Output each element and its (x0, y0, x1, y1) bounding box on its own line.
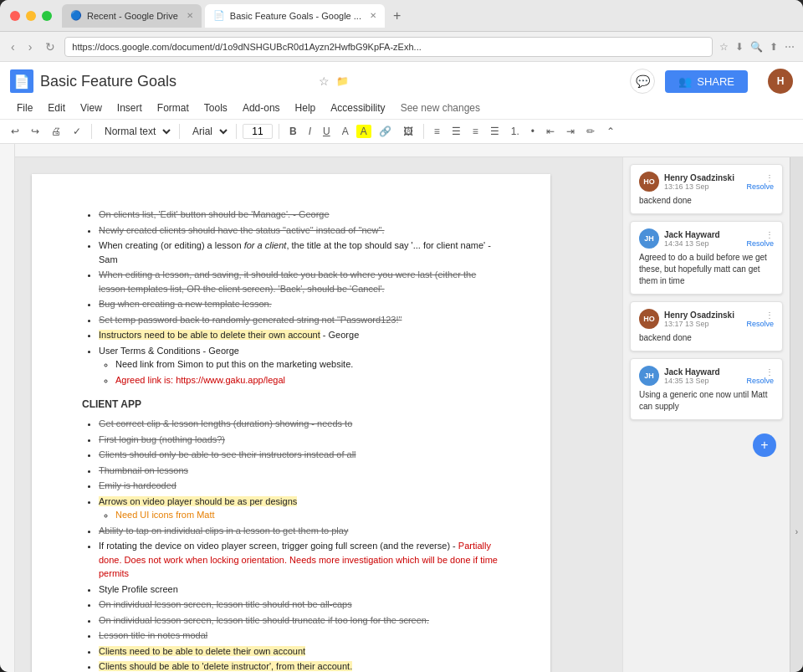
comment-text-3: backend done (639, 332, 774, 344)
separator-2 (179, 124, 180, 139)
menu-view[interactable]: View (74, 99, 109, 117)
see-new-changes[interactable]: See new changes (394, 99, 487, 117)
bookmark-icon[interactable]: ☆ (718, 39, 730, 54)
menu-format[interactable]: Format (151, 99, 196, 117)
comment-text-2: Agreed to do a build before we get these… (639, 252, 774, 287)
minimize-button[interactable] (26, 11, 36, 21)
comment-avatar-1: HO (639, 172, 659, 192)
highlighted-item: Instructors need to be able to delete th… (99, 330, 320, 340)
share-button[interactable]: 👥 SHARE (665, 70, 748, 93)
font-size-input[interactable] (243, 124, 273, 139)
image-button[interactable]: 🖼 (399, 123, 417, 140)
expand-comments-button[interactable]: › (790, 157, 803, 672)
menu-file[interactable]: File (10, 99, 39, 117)
comment-card-2: JH Jack Hayward ⋮ 14:34 13 Sep Resolve (630, 221, 783, 295)
sublist: Need link from Simon to put this on the … (115, 357, 500, 387)
close-button[interactable] (10, 11, 20, 21)
more-icon[interactable]: ⋯ (783, 39, 796, 54)
list-item: Instructors need to be able to delete th… (99, 328, 500, 342)
doc-page: On clients list, 'Edit' button should be… (32, 174, 550, 672)
comment-more-3[interactable]: ⋮ (765, 310, 774, 320)
comment-time-3: 13:17 13 Sep (664, 320, 709, 328)
tab-drive-close[interactable]: ✕ (187, 11, 193, 20)
user-avatar: H (768, 69, 793, 94)
reload-button[interactable]: ↻ (41, 38, 59, 55)
highlighted-item: Clients need to be able to delete their … (99, 646, 305, 656)
link-button[interactable]: 🔗 (375, 123, 396, 140)
bold-button[interactable]: B (285, 123, 301, 140)
client-list: Get correct clip & lesson lengths (durat… (99, 417, 500, 672)
star-icon[interactable]: ☆ (319, 74, 330, 88)
font-select[interactable]: Arial (186, 123, 230, 140)
underline-button[interactable]: U (319, 123, 335, 140)
item-text: On individual lesson screen, lesson titl… (99, 615, 429, 625)
sublist-item: Need link from Simon to put this on the … (115, 357, 500, 372)
resolve-button-2[interactable]: Resolve (746, 239, 774, 248)
back-button[interactable]: ‹ (7, 38, 19, 55)
highlighted-item: Clients should be able to 'delete instru… (99, 661, 352, 671)
tab-drive-label: Recent - Google Drive (87, 11, 178, 21)
share-nav-icon[interactable]: ⬆ (768, 39, 780, 54)
resolve-button-1[interactable]: Resolve (746, 182, 774, 191)
menu-addons[interactable]: Add-ons (236, 99, 287, 117)
redo-button[interactable]: ↪ (27, 123, 43, 140)
sublist: Need UI icons from Matt (115, 508, 500, 522)
expand-button[interactable]: ⌃ (602, 123, 619, 140)
list-item: Newly created clients should have the st… (99, 223, 500, 238)
maximize-button[interactable] (42, 11, 52, 21)
resolve-button-3[interactable]: Resolve (746, 320, 774, 328)
comment-more-4[interactable]: ⋮ (765, 367, 774, 377)
bullet-list-button[interactable]: • (527, 123, 539, 140)
italic-button[interactable]: I (304, 123, 315, 140)
doc-content-row: On clients list, 'Edit' button should be… (15, 157, 803, 672)
item-text: Lesson title in notes modal (99, 630, 207, 640)
menu-help[interactable]: Help (289, 99, 323, 117)
tab-drive-icon: 🔵 (70, 10, 82, 21)
docs-toolbar: ↩ ↪ 🖨 ✓ Normal text Arial B I U A A 🔗 🖼 … (0, 119, 803, 143)
docs-app-icon: 📄 (10, 69, 33, 93)
align-left-button[interactable]: ≡ (430, 123, 444, 140)
align-right-button[interactable]: ≡ (468, 123, 483, 140)
comment-text-4: Using a generic one now until Matt can s… (639, 389, 774, 413)
comment-header-3: HO Henry Osadzinski ⋮ 13:17 13 Sep Resol… (639, 309, 774, 329)
tab-docs[interactable]: 📄 Basic Feature Goals - Google ... ✕ (205, 4, 385, 28)
decrease-indent-button[interactable]: ⇤ (542, 123, 559, 140)
undo-button[interactable]: ↩ (7, 123, 23, 140)
numbered-list-button[interactable]: 1. (507, 123, 524, 140)
menu-tools[interactable]: Tools (197, 99, 234, 117)
forward-button[interactable]: › (24, 38, 37, 55)
comments-button[interactable]: 💬 (630, 69, 655, 94)
add-comment-button[interactable]: + (753, 433, 776, 457)
new-tab-button[interactable]: + (388, 8, 406, 23)
tab-docs-close[interactable]: ✕ (370, 11, 376, 20)
print-button[interactable]: 🖨 (47, 123, 65, 140)
address-bar[interactable]: https://docs.google.com/document/d/1o9dN… (64, 37, 713, 57)
comment-card-4: JH Jack Hayward ⋮ 14:35 13 Sep Resolve (630, 358, 783, 420)
menu-edit[interactable]: Edit (41, 99, 72, 117)
doc-page-container[interactable]: On clients list, 'Edit' button should be… (15, 157, 622, 672)
style-select[interactable]: Normal text (98, 123, 173, 140)
move-icon[interactable]: 📁 (336, 75, 349, 87)
spellcheck-button[interactable]: ✓ (69, 123, 85, 140)
download-icon[interactable]: ⬇ (734, 39, 745, 54)
resolve-button-4[interactable]: Resolve (746, 377, 774, 385)
item-text: Get correct clip & lesson lengths (durat… (99, 418, 352, 428)
doc-scroll-area[interactable]: On clients list, 'Edit' button should be… (15, 144, 803, 672)
menu-accessibility[interactable]: Accessibility (324, 99, 391, 117)
list-item: Ability to tap on individual clips in a … (99, 524, 500, 538)
tab-drive[interactable]: 🔵 Recent - Google Drive ✕ (62, 4, 202, 28)
admin-list: On clients list, 'Edit' button should be… (99, 208, 500, 387)
comment-more-1[interactable]: ⋮ (765, 173, 774, 182)
zoom-icon[interactable]: 🔍 (749, 39, 765, 54)
list-item: On clients list, 'Edit' button should be… (99, 208, 500, 222)
comment-more-2[interactable]: ⋮ (765, 230, 774, 239)
highlight-button[interactable]: A (356, 125, 371, 138)
menu-insert[interactable]: Insert (110, 99, 149, 117)
share-icon: 👥 (678, 75, 692, 88)
pen-button[interactable]: ✏ (582, 123, 599, 140)
align-justify-button[interactable]: ☰ (486, 123, 504, 140)
text-color-button[interactable]: A (338, 123, 353, 140)
client-app-header: CLIENT APP (82, 397, 500, 412)
increase-indent-button[interactable]: ⇥ (562, 123, 579, 140)
align-center-button[interactable]: ☰ (448, 123, 465, 140)
